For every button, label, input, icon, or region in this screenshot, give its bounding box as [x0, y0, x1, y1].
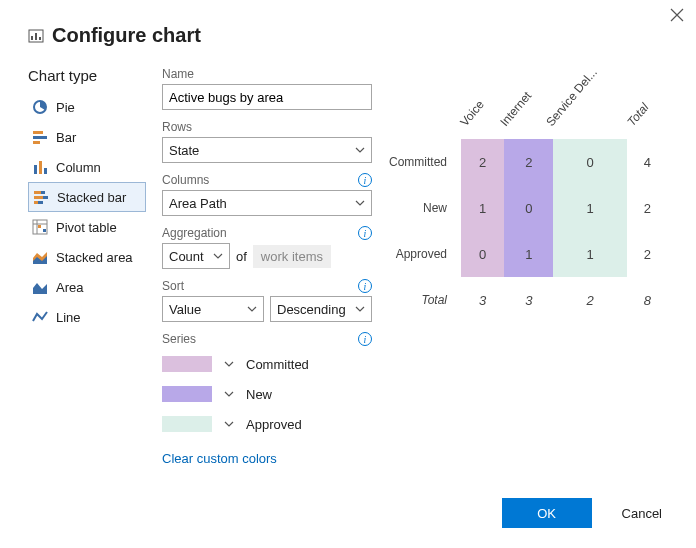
aggregation-target: work items	[253, 245, 331, 268]
chart-type-pivot-table[interactable]: Pivot table	[28, 212, 146, 242]
chevron-down-icon[interactable]	[224, 357, 234, 372]
series-color-swatch[interactable]	[162, 416, 212, 432]
rows-value: State	[169, 143, 199, 158]
svg-rect-7	[33, 141, 40, 144]
columns-label: Columns	[162, 173, 209, 187]
info-icon[interactable]: i	[358, 332, 372, 346]
dialog-title: Configure chart	[52, 24, 201, 47]
chart-type-stacked-bar[interactable]: Stacked bar	[28, 182, 146, 212]
chevron-down-icon	[355, 196, 365, 211]
svg-rect-1	[31, 36, 33, 40]
svg-rect-11	[34, 191, 41, 194]
pivot-cell: 2	[553, 277, 626, 323]
chevron-down-icon[interactable]	[224, 387, 234, 402]
info-icon[interactable]: i	[358, 173, 372, 187]
stacked-area-icon	[32, 249, 48, 265]
pivot-cell: 0	[553, 139, 626, 185]
column-icon	[32, 159, 48, 175]
ok-button[interactable]: OK	[502, 498, 592, 528]
aggregation-of: of	[236, 249, 247, 264]
sort-by-value: Value	[169, 302, 201, 317]
pivot-row-header: Committed	[388, 139, 461, 185]
series-label: Series	[162, 332, 196, 346]
chart-type-stacked-area[interactable]: Stacked area	[28, 242, 146, 272]
line-icon	[32, 309, 48, 325]
chart-type-label: Area	[56, 280, 83, 295]
svg-rect-15	[34, 201, 38, 204]
name-input[interactable]	[162, 84, 372, 110]
pivot-cell: 2	[504, 139, 553, 185]
chart-type-bar[interactable]: Bar	[28, 122, 146, 152]
config-form: Name Rows State Columns i Area Path Aggr…	[162, 67, 372, 466]
series-row: Committed	[162, 349, 372, 379]
svg-rect-21	[43, 229, 46, 232]
svg-rect-16	[38, 201, 43, 204]
pivot-row-header: Approved	[388, 231, 461, 277]
sort-dir-select[interactable]: Descending	[270, 296, 372, 322]
chart-type-line[interactable]: Line	[28, 302, 146, 332]
pivot-cell: 1	[461, 185, 504, 231]
pivot-cell: 0	[504, 185, 553, 231]
chart-type-label: Pie	[56, 100, 75, 115]
chart-type-label: Stacked bar	[57, 190, 126, 205]
pivot-cell: 3	[461, 277, 504, 323]
pivot-row-header: New	[388, 185, 461, 231]
svg-rect-8	[34, 165, 37, 174]
chart-type-pie[interactable]: Pie	[28, 92, 146, 122]
info-icon[interactable]: i	[358, 279, 372, 293]
stacked-bar-icon	[33, 189, 49, 205]
svg-rect-6	[33, 136, 47, 139]
chevron-down-icon[interactable]	[224, 417, 234, 432]
info-icon[interactable]: i	[358, 226, 372, 240]
series-color-swatch[interactable]	[162, 356, 212, 372]
chart-type-column[interactable]: Column	[28, 152, 146, 182]
chart-type-area[interactable]: Area	[28, 272, 146, 302]
cancel-button[interactable]: Cancel	[616, 505, 668, 522]
sort-by-select[interactable]: Value	[162, 296, 264, 322]
svg-rect-5	[33, 131, 43, 134]
chevron-down-icon	[355, 302, 365, 317]
rows-select[interactable]: State	[162, 137, 372, 163]
svg-rect-10	[44, 168, 47, 174]
clear-custom-colors-link[interactable]: Clear custom colors	[162, 451, 277, 466]
pivot-row-header: Total	[388, 277, 461, 323]
pivot-cell: 1	[504, 231, 553, 277]
rows-label: Rows	[162, 120, 372, 134]
bar-icon	[32, 129, 48, 145]
pivot-cell: 1	[553, 185, 626, 231]
close-button[interactable]	[670, 8, 684, 26]
series-color-swatch[interactable]	[162, 386, 212, 402]
series-row: New	[162, 379, 372, 409]
svg-rect-9	[39, 161, 42, 174]
series-label: Committed	[246, 357, 309, 372]
chart-type-sidebar: Chart type Pie Bar Column Stacked bar Pi…	[28, 67, 146, 466]
pivot-cell: 4	[627, 139, 668, 185]
svg-rect-2	[35, 33, 37, 40]
chart-icon	[28, 28, 44, 44]
series-label: Approved	[246, 417, 302, 432]
pivot-column-header: Voice	[461, 93, 504, 139]
chart-preview: VoiceInternetService Del...TotalCommitte…	[388, 67, 668, 466]
pivot-column-header: Total	[627, 93, 668, 139]
aggregation-value: Count	[169, 249, 204, 264]
chevron-down-icon	[213, 249, 223, 264]
pivot-cell: 8	[627, 277, 668, 323]
name-label: Name	[162, 67, 372, 81]
columns-select[interactable]: Area Path	[162, 190, 372, 216]
pivot-table-icon	[32, 219, 48, 235]
chart-type-label: Stacked area	[56, 250, 133, 265]
chart-type-label: Line	[56, 310, 81, 325]
series-label: New	[246, 387, 272, 402]
pivot-column-header: Service Del...	[553, 93, 626, 139]
pivot-cell: 2	[627, 185, 668, 231]
pivot-cell: 2	[461, 139, 504, 185]
aggregation-select[interactable]: Count	[162, 243, 230, 269]
sort-dir-value: Descending	[277, 302, 346, 317]
pivot-cell: 3	[504, 277, 553, 323]
svg-rect-13	[34, 196, 43, 199]
series-row: Approved	[162, 409, 372, 439]
area-icon	[32, 279, 48, 295]
sort-label: Sort	[162, 279, 184, 293]
svg-rect-12	[41, 191, 45, 194]
chart-type-label: Bar	[56, 130, 76, 145]
